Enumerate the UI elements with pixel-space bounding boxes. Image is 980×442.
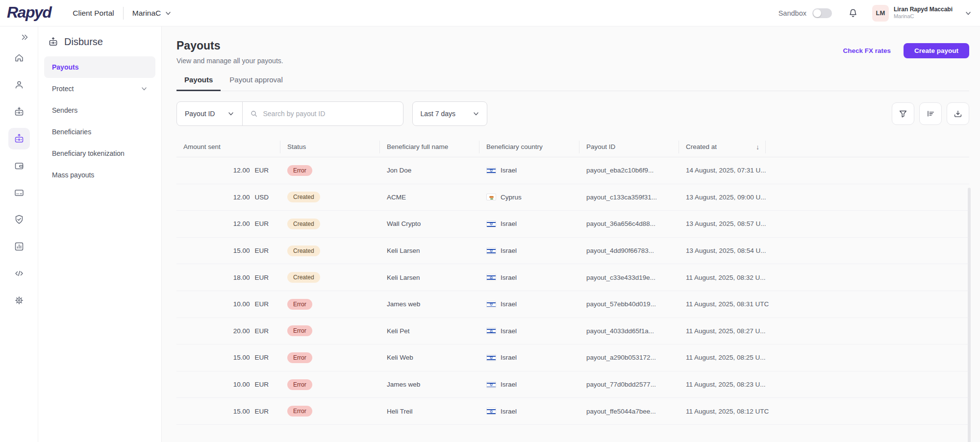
created-at: 11 August, 2025, 08:25 U... bbox=[686, 354, 766, 361]
tab-bar: Payouts Payout approval bbox=[176, 75, 969, 91]
col-status[interactable]: Status bbox=[280, 141, 380, 153]
status-badge: Created bbox=[287, 192, 320, 202]
table-body: 12.00 EUR Error Jon Doe Israel payout_eb… bbox=[176, 157, 969, 425]
table-row[interactable]: 12.00 EUR Error Jon Doe Israel payout_eb… bbox=[176, 157, 969, 184]
table-scrollbar[interactable] bbox=[968, 188, 971, 442]
table-row[interactable]: 10.00 EUR Error James web Israel payout_… bbox=[176, 371, 969, 398]
search-input[interactable] bbox=[263, 110, 396, 118]
tab-payout-approval[interactable]: Payout approval bbox=[222, 75, 290, 91]
country-flag-icon bbox=[486, 354, 496, 361]
beneficiary-name: ACME bbox=[387, 194, 406, 201]
country-label: Israel bbox=[501, 408, 517, 415]
check-fx-rates-link[interactable]: Check FX rates bbox=[843, 47, 891, 54]
amount-currency: EUR bbox=[254, 247, 269, 254]
table-row[interactable]: 15.00 EUR Error Keli Web Israel payout_a… bbox=[176, 344, 969, 371]
payout-id: payout_c33e433d19e... bbox=[586, 274, 655, 281]
chevron-down-icon bbox=[473, 110, 479, 117]
sort-desc-arrow-icon[interactable]: ↓ bbox=[756, 143, 759, 151]
expand-sidebar-button[interactable] bbox=[20, 32, 30, 42]
rapyd-logo: Rapyd bbox=[7, 4, 51, 22]
nav-disburse[interactable] bbox=[8, 128, 30, 149]
nav-customers[interactable] bbox=[8, 74, 30, 96]
nav-cards[interactable] bbox=[8, 182, 30, 203]
nav-collect[interactable] bbox=[8, 101, 30, 123]
user-menu[interactable]: LM Liran Rapyd Maccabi MarinaC bbox=[872, 5, 972, 22]
country-flag-icon bbox=[486, 247, 496, 254]
download-button[interactable] bbox=[947, 102, 969, 125]
menu-label: Mass payouts bbox=[52, 171, 94, 179]
sidebar-item-senders[interactable]: Senders bbox=[44, 99, 155, 121]
nav-developers[interactable] bbox=[8, 263, 30, 284]
table-row[interactable]: 15.00 EUR Error Heli Treil Israel payout… bbox=[176, 398, 969, 425]
org-name: MarinaC bbox=[132, 9, 161, 18]
app-window: Rapyd Client Portal MarinaC Sandbox LM bbox=[0, 0, 980, 442]
country-flag-icon bbox=[486, 274, 496, 281]
col-amount-sent[interactable]: Amount sent bbox=[176, 141, 280, 153]
col-beneficiary-country[interactable]: Beneficiary country bbox=[479, 141, 579, 153]
menu-label: Payouts bbox=[52, 63, 78, 71]
nav-settings[interactable] bbox=[8, 290, 30, 311]
sidebar-item-protect[interactable]: Protect bbox=[44, 78, 155, 99]
amount-value: 20.00 bbox=[233, 327, 250, 335]
status-badge: Error bbox=[287, 352, 312, 363]
created-at: 11 August, 2025, 08:12 UTC bbox=[686, 408, 769, 415]
nav-verify[interactable] bbox=[8, 209, 30, 230]
avatar: LM bbox=[872, 5, 889, 22]
disburse-icon bbox=[14, 133, 25, 144]
date-range-value: Last 7 days bbox=[420, 110, 455, 118]
icon-rail bbox=[0, 26, 38, 442]
beneficiary-name: Keli Larsen bbox=[387, 247, 420, 254]
search-icon bbox=[250, 109, 258, 118]
amount-currency: EUR bbox=[254, 354, 269, 361]
toggle-knob bbox=[813, 9, 821, 17]
payouts-table: Amount sent Status Beneficiary full name… bbox=[176, 137, 969, 425]
nav-home[interactable] bbox=[8, 47, 30, 69]
table-row[interactable]: 18.00 EUR Created Keli Larsen Israel pay… bbox=[176, 264, 969, 291]
shield-check-icon bbox=[14, 214, 25, 225]
table-row[interactable]: 12.00 EUR Created Wall Crypto Israel pay… bbox=[176, 211, 969, 238]
user-name: Liran Rapyd Maccabi bbox=[894, 6, 953, 13]
sandbox-toggle[interactable] bbox=[812, 8, 832, 18]
sort-button[interactable] bbox=[919, 102, 942, 125]
amount-currency: USD bbox=[254, 194, 269, 201]
col-beneficiary-name[interactable]: Beneficiary full name bbox=[380, 141, 479, 153]
country-flag-icon bbox=[486, 194, 496, 200]
amount-value: 12.00 bbox=[233, 220, 250, 227]
payout-id: payout_57ebb40d019... bbox=[586, 300, 656, 308]
org-switcher[interactable]: MarinaC bbox=[132, 9, 172, 18]
amount-currency: EUR bbox=[254, 408, 269, 415]
sidebar-item-mass-payouts[interactable]: Mass payouts bbox=[44, 164, 155, 186]
sidebar-item-payouts[interactable]: Payouts bbox=[44, 56, 155, 78]
table-row[interactable]: 10.00 EUR Error James web Israel payout_… bbox=[176, 291, 969, 318]
amount-value: 15.00 bbox=[233, 408, 250, 415]
menu-label: Senders bbox=[52, 106, 77, 114]
col-payout-id[interactable]: Payout ID bbox=[579, 141, 679, 153]
funnel-icon bbox=[898, 109, 908, 119]
col-created-at[interactable]: Created at ↓ bbox=[679, 141, 766, 153]
country-flag-icon bbox=[486, 381, 496, 388]
chevron-down-icon bbox=[964, 9, 972, 17]
notifications-button[interactable] bbox=[848, 8, 858, 19]
payout-id: payout_4033dd65f1a... bbox=[586, 327, 654, 335]
sidebar-item-beneficiary-tokenization[interactable]: Beneficiary tokenization bbox=[44, 143, 155, 164]
bell-icon bbox=[848, 8, 858, 19]
table-row[interactable]: 20.00 EUR Error Keli Pet Israel payout_4… bbox=[176, 318, 969, 345]
country-flag-icon bbox=[486, 408, 496, 415]
filter-button[interactable] bbox=[892, 102, 914, 125]
search-category-select[interactable]: Payout ID bbox=[177, 102, 243, 125]
created-at: 13 August, 2025, 09:00 U... bbox=[686, 194, 766, 201]
person-icon bbox=[14, 79, 25, 90]
search-combo: Payout ID bbox=[176, 101, 403, 126]
table-row[interactable]: 12.00 USD Created ACME Cyprus payout_c13… bbox=[176, 184, 969, 211]
table-row[interactable]: 15.00 EUR Created Keli Larsen Israel pay… bbox=[176, 238, 969, 265]
tab-payouts[interactable]: Payouts bbox=[176, 75, 221, 91]
collect-icon bbox=[14, 106, 25, 117]
create-payout-button[interactable]: Create payout bbox=[904, 43, 969, 58]
country-label: Israel bbox=[501, 274, 517, 281]
date-range-select[interactable]: Last 7 days bbox=[412, 101, 487, 126]
page-title: Payouts bbox=[176, 39, 283, 52]
nav-reports[interactable] bbox=[8, 236, 30, 257]
payout-id: payout_4dd90f66783... bbox=[586, 247, 654, 254]
nav-wallet[interactable] bbox=[8, 155, 30, 176]
sidebar-item-beneficiaries[interactable]: Beneficiaries bbox=[44, 121, 155, 143]
